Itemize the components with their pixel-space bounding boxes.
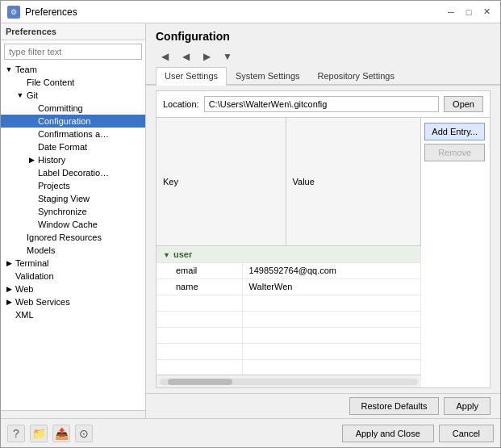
sidebar-item-staging-view[interactable]: Staging View — [1, 192, 145, 205]
tree-arrow-ignored-resources — [15, 232, 25, 242]
sidebar-item-xml[interactable]: XML — [1, 308, 145, 321]
sidebar-item-web[interactable]: Web — [1, 283, 145, 295]
tab-user-settings[interactable]: User Settings — [156, 67, 227, 86]
title-bar: ⚙ Preferences ─ □ ✕ — [1, 1, 500, 23]
tree-arrow-git — [15, 90, 25, 100]
sidebar-item-label-staging-view: Staging View — [38, 194, 90, 203]
sidebar-item-label-team: Team — [15, 65, 37, 74]
tabs: User SettingsSystem SettingsRepository S… — [146, 67, 500, 86]
sidebar-item-label-synchronize: Synchronize — [38, 207, 87, 216]
close-button[interactable]: ✕ — [479, 5, 494, 19]
sidebar-item-validation[interactable]: Validation — [1, 270, 145, 283]
window-controls: ─ □ ✕ — [444, 5, 494, 19]
sidebar-item-label-label-decoration: Label Decoratio… — [38, 168, 109, 178]
empty-row — [157, 343, 421, 359]
tree-arrow-date-format — [27, 142, 36, 152]
filter-input[interactable] — [4, 44, 142, 60]
right-panel: Configuration ◀ ◀ ▶ ▼ User SettingsSyste… — [146, 23, 500, 418]
tree-arrow-label-decoration — [27, 168, 36, 178]
key-cell: name — [157, 278, 242, 295]
horizontal-scrollbar[interactable] — [157, 375, 421, 387]
sidebar-item-synchronize[interactable]: Synchronize — [1, 205, 145, 218]
location-label: Location: — [163, 99, 199, 109]
sidebar-item-configuration[interactable]: Configuration — [1, 115, 145, 128]
sidebar-item-committing[interactable]: Committing — [1, 102, 145, 115]
sidebar-item-label-xml: XML — [15, 310, 34, 320]
table-row[interactable]: email1498592764@qq.com — [157, 262, 421, 278]
tree-arrow-configuration — [27, 116, 36, 126]
sidebar-item-file-content[interactable]: File Content — [1, 76, 145, 89]
cancel-button[interactable]: Cancel — [439, 425, 494, 442]
table-body: ▼useremail1498592764@qq.comnameWalterWen — [157, 246, 421, 375]
maximize-button[interactable]: □ — [461, 5, 476, 19]
sidebar: Preferences TeamFile ContentGitCommittin… — [1, 23, 146, 418]
circle-icon[interactable]: ⊙ — [75, 425, 93, 442]
table-actions: Add Entry... Remove — [421, 118, 490, 387]
sidebar-item-label-history: History — [38, 155, 65, 165]
sidebar-scrollbar[interactable] — [1, 410, 145, 418]
export-icon[interactable]: 📤 — [52, 425, 70, 442]
back-button-2[interactable]: ◀ — [177, 48, 194, 65]
table-row[interactable]: nameWalterWen — [157, 278, 421, 295]
tree-arrow-xml — [4, 310, 14, 320]
tab-repository-settings[interactable]: Repository Settings — [309, 67, 403, 84]
minimize-button[interactable]: ─ — [444, 5, 458, 19]
sidebar-item-git[interactable]: Git — [1, 89, 145, 102]
sidebar-item-label-window-cache: Window Cache — [38, 220, 98, 229]
group-row-user[interactable]: ▼user — [157, 246, 421, 262]
sidebar-item-web-services[interactable]: Web Services — [1, 295, 145, 308]
back-button[interactable]: ◀ — [156, 48, 173, 65]
table-scroll-area[interactable]: ▼useremail1498592764@qq.comnameWalterWen — [157, 246, 421, 375]
sidebar-item-label-web: Web — [15, 284, 33, 294]
panel-title: Configuration — [146, 23, 500, 46]
tree-arrow-synchronize — [27, 207, 36, 216]
sidebar-item-terminal[interactable]: Terminal — [1, 257, 145, 270]
sidebar-item-label-web-services: Web Services — [15, 297, 70, 307]
open-button[interactable]: Open — [444, 96, 483, 112]
key-cell: email — [157, 262, 242, 278]
tree-arrow-team — [4, 65, 14, 74]
sidebar-item-team[interactable]: Team — [1, 63, 145, 76]
tree-arrow-projects — [27, 181, 36, 191]
key-column-header: Key — [157, 118, 286, 246]
dropdown-button[interactable]: ▼ — [219, 48, 236, 65]
config-data-table: ▼useremail1498592764@qq.comnameWalterWen — [157, 246, 421, 375]
folder-icon[interactable]: 📁 — [30, 425, 48, 442]
tree-arrow-committing — [27, 103, 36, 113]
sidebar-item-label-file-content: File Content — [27, 77, 74, 87]
panel-toolbar: ◀ ◀ ▶ ▼ — [146, 46, 500, 67]
empty-row — [157, 327, 421, 343]
remove-button[interactable]: Remove — [424, 144, 485, 161]
sidebar-item-history[interactable]: History — [1, 153, 145, 166]
table-wrapper: Key Value ▼useremail1498592764@qq.comna — [157, 118, 490, 387]
help-icon[interactable]: ? — [7, 425, 25, 442]
sidebar-item-label-validation: Validation — [15, 271, 54, 281]
empty-row — [157, 295, 421, 311]
config-table: Key Value — [157, 118, 421, 246]
apply-button[interactable]: Apply — [444, 397, 491, 415]
apply-and-close-button[interactable]: Apply and Close — [342, 425, 434, 442]
sidebar-item-projects[interactable]: Projects — [1, 179, 145, 192]
value-column-header: Value — [286, 118, 421, 246]
sidebar-item-label-terminal: Terminal — [15, 258, 49, 268]
window-title: Preferences — [25, 6, 444, 18]
tab-system-settings[interactable]: System Settings — [227, 67, 308, 84]
tree-arrow-web — [4, 284, 14, 294]
location-input[interactable] — [204, 96, 439, 112]
sidebar-item-date-format[interactable]: Date Format — [1, 140, 145, 153]
tree-arrow-window-cache — [27, 220, 36, 229]
tree-arrow-web-services — [4, 297, 14, 307]
sidebar-item-ignored-resources[interactable]: Ignored Resources — [1, 231, 145, 244]
restore-defaults-button[interactable]: Restore Defaults — [349, 397, 440, 415]
tree-container: TeamFile ContentGitCommittingConfigurati… — [1, 63, 145, 410]
tree-arrow-terminal — [4, 258, 14, 268]
sidebar-item-label-models: Models — [27, 245, 55, 255]
sidebar-item-window-cache[interactable]: Window Cache — [1, 218, 145, 231]
sidebar-item-confirmations[interactable]: Confirmations a… — [1, 128, 145, 140]
add-entry-button[interactable]: Add Entry... — [424, 123, 485, 140]
sidebar-item-models[interactable]: Models — [1, 244, 145, 257]
forward-button[interactable]: ▶ — [198, 48, 215, 65]
sidebar-item-label-decoration[interactable]: Label Decoratio… — [1, 166, 145, 179]
empty-row — [157, 359, 421, 375]
table-area: Key Value ▼useremail1498592764@qq.comna — [157, 118, 490, 387]
